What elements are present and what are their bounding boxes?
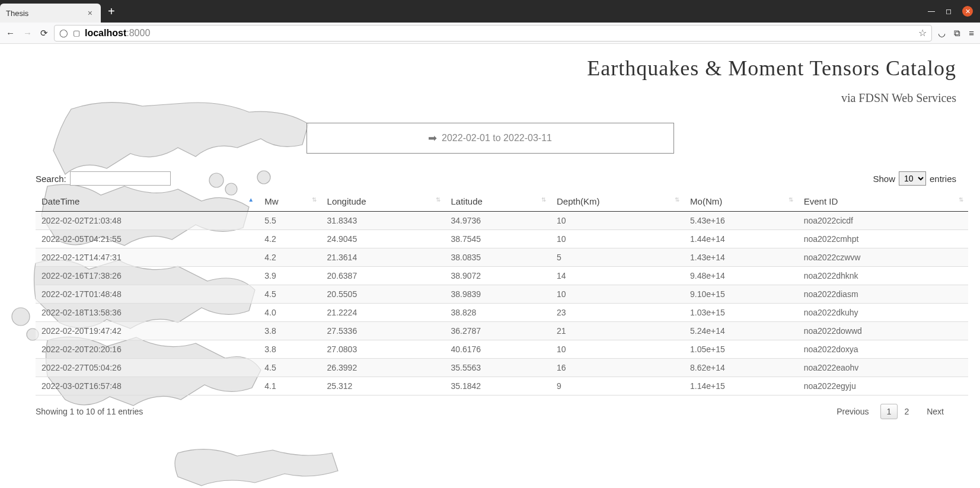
cell-lon: 27.5336 — [321, 322, 445, 340]
show-label-before: Show — [873, 174, 895, 184]
cell-mw: 5.5 — [258, 212, 321, 230]
table-row[interactable]: 2022-02-27T05:04:264.526.399235.5563168.… — [36, 359, 968, 377]
prev-page-button[interactable]: Previous — [830, 404, 875, 419]
cell-depth: 10 — [551, 212, 684, 230]
pocket-icon[interactable]: ◡ — [938, 28, 946, 39]
cell-mw: 3.8 — [258, 340, 321, 359]
cell-event_id: noa2022cicdf — [798, 212, 968, 230]
date-range-text: 2022-02-01 to 2022-03-11 — [442, 133, 552, 143]
tab-close-icon[interactable]: × — [85, 8, 95, 18]
cell-event_id: noa2022dhknk — [798, 267, 968, 285]
column-header-longitude[interactable]: Longitude⇅ — [321, 192, 445, 212]
table-header: DateTime▲Mw⇅Longitude⇅Latitude⇅Depth(Km)… — [36, 192, 968, 212]
table-row[interactable]: 2022-02-05T04:21:554.224.904538.7545101.… — [36, 230, 968, 248]
cell-lat: 38.9072 — [445, 267, 551, 285]
sort-indicator-icon: ⇅ — [541, 196, 546, 203]
cell-depth: 23 — [551, 304, 684, 322]
table-row[interactable]: 2022-02-18T13:58:364.021.222438.828231.0… — [36, 304, 968, 322]
page-number-button[interactable]: 1 — [880, 404, 898, 419]
cell-mw: 3.8 — [258, 322, 321, 340]
table-row[interactable]: 2022-02-12T14:47:314.221.361438.083551.4… — [36, 248, 968, 267]
browser-tab[interactable]: Thesis × — [0, 4, 101, 23]
bookmark-star-icon[interactable]: ☆ — [918, 27, 927, 39]
column-header-mw[interactable]: Mw⇅ — [258, 192, 321, 212]
show-entries-select[interactable]: 10 — [899, 171, 926, 186]
cell-lat: 38.9839 — [445, 285, 551, 304]
show-label-after: entries — [930, 174, 956, 184]
cell-lon: 25.312 — [321, 377, 445, 395]
cell-event_id: noa2022diasm — [798, 285, 968, 304]
url-host: localhost:8000 — [85, 28, 150, 39]
cell-mo: 1.43e+14 — [684, 248, 798, 267]
table-body: 2022-02-02T21:03:485.531.834334.9736105.… — [36, 212, 968, 395]
cell-lat: 38.0835 — [445, 248, 551, 267]
cell-mw: 4.2 — [258, 248, 321, 267]
table-row[interactable]: 2022-02-02T21:03:485.531.834334.9736105.… — [36, 212, 968, 230]
tab-bar: Thesis × + — [0, 0, 115, 23]
back-icon[interactable]: ← — [6, 28, 15, 38]
table-info: Showing 1 to 10 of 11 entries — [36, 407, 143, 416]
search-input[interactable] — [70, 171, 171, 186]
table-row[interactable]: 2022-03-02T16:57:484.125.31235.184291.14… — [36, 377, 968, 395]
shield-icon: ◯ — [59, 28, 68, 37]
column-header-latitude[interactable]: Latitude⇅ — [445, 192, 551, 212]
cell-event_id: noa2022dkuhy — [798, 304, 968, 322]
minimize-icon[interactable]: — — [928, 7, 935, 15]
cell-lon: 27.0803 — [321, 340, 445, 359]
cell-mo: 1.14e+15 — [684, 377, 798, 395]
search-label: Search: — [36, 174, 66, 184]
cell-depth: 10 — [551, 340, 684, 359]
next-page-button[interactable]: Next — [920, 404, 950, 419]
date-range-input[interactable]: ➡ 2022-02-01 to 2022-03-11 — [307, 123, 674, 154]
menu-icon[interactable]: ≡ — [969, 28, 974, 38]
show-entries-wrap: Show 10 entries — [873, 171, 956, 186]
cell-datetime: 2022-02-16T17:38:26 — [36, 267, 258, 285]
cell-event_id: noa2022dowwd — [798, 322, 968, 340]
table-row[interactable]: 2022-02-20T20:20:163.827.080340.6176101.… — [36, 340, 968, 359]
cell-datetime: 2022-02-12T14:47:31 — [36, 248, 258, 267]
cell-mo: 9.10e+15 — [684, 285, 798, 304]
arrow-right-icon: ➡ — [428, 132, 437, 145]
cell-event_id: noa2022cmhpt — [798, 230, 968, 248]
page-content: Earthquakes & Moment Tensors Catalog via… — [0, 44, 980, 488]
page-number-button[interactable]: 2 — [898, 404, 915, 419]
maximize-icon[interactable]: ◻ — [946, 7, 952, 15]
cell-datetime: 2022-02-05T04:21:55 — [36, 230, 258, 248]
cell-depth: 14 — [551, 267, 684, 285]
table-row[interactable]: 2022-02-20T19:47:423.827.533636.2787215.… — [36, 322, 968, 340]
page-title: Earthquakes & Moment Tensors Catalog — [0, 56, 956, 81]
lock-icon: ▢ — [73, 28, 80, 37]
column-header-depthkm[interactable]: Depth(Km)⇅ — [551, 192, 684, 212]
cell-datetime: 2022-03-02T16:57:48 — [36, 377, 258, 395]
window-controls: — ◻ ✕ — [928, 6, 980, 17]
cell-lat: 38.828 — [445, 304, 551, 322]
url-bar[interactable]: ◯ ▢ localhost:8000 ☆ — [54, 25, 932, 42]
close-window-icon[interactable]: ✕ — [962, 6, 973, 17]
page-subtitle: via FDSN Web Services — [0, 91, 956, 105]
column-header-eventid[interactable]: Event ID⇅ — [798, 192, 968, 212]
cell-datetime: 2022-02-27T05:04:26 — [36, 359, 258, 377]
cell-lat: 35.5563 — [445, 359, 551, 377]
cell-depth: 5 — [551, 248, 684, 267]
extensions-icon[interactable]: ⧉ — [954, 28, 960, 39]
cell-lat: 34.9736 — [445, 212, 551, 230]
reload-icon[interactable]: ⟳ — [40, 28, 48, 39]
sort-indicator-icon: ⇅ — [959, 196, 963, 203]
column-header-datetime[interactable]: DateTime▲ — [36, 192, 258, 212]
new-tab-button[interactable]: + — [108, 5, 115, 18]
cell-depth: 10 — [551, 230, 684, 248]
toolbar-icons: ◡ ⧉ ≡ — [938, 28, 974, 39]
cell-event_id: noa2022egyju — [798, 377, 968, 395]
column-header-monm[interactable]: Mo(Nm)⇅ — [684, 192, 798, 212]
forward-icon[interactable]: → — [23, 28, 32, 38]
sort-indicator-icon: ⇅ — [312, 196, 317, 203]
table-footer: Showing 1 to 10 of 11 entries Previous 1… — [0, 395, 980, 419]
cell-mo: 8.62e+14 — [684, 359, 798, 377]
sort-indicator-icon: ▲ — [248, 196, 254, 203]
table-row[interactable]: 2022-02-17T01:48:484.520.550538.9839109.… — [36, 285, 968, 304]
table-row[interactable]: 2022-02-16T17:38:263.920.638738.9072149.… — [36, 267, 968, 285]
browser-titlebar: Thesis × + — ◻ ✕ — [0, 0, 980, 23]
cell-mw: 4.0 — [258, 304, 321, 322]
tab-title: Thesis — [6, 9, 28, 18]
cell-datetime: 2022-02-18T13:58:36 — [36, 304, 258, 322]
